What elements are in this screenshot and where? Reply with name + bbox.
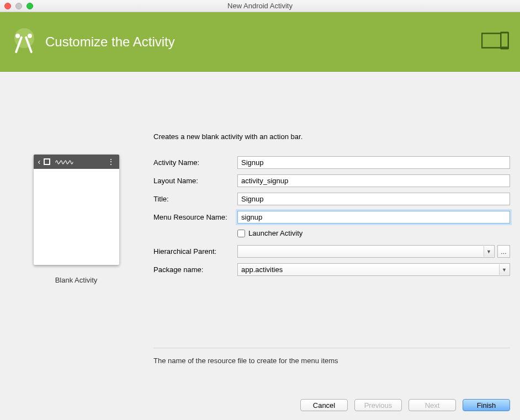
ellipsis-icon: … bbox=[501, 248, 507, 255]
preview-appicon-icon bbox=[44, 158, 50, 165]
title-label: Title: bbox=[153, 195, 237, 203]
horizontal-separator bbox=[153, 348, 510, 348]
preview-back-icon: ‹ bbox=[38, 157, 41, 166]
package-name-select[interactable]: app.activities bbox=[237, 263, 510, 276]
layout-name-input[interactable] bbox=[237, 174, 510, 187]
hierarchical-parent-label: Hierarchical Parent: bbox=[153, 247, 237, 256]
menu-resource-input[interactable] bbox=[237, 211, 510, 224]
menu-resource-label: Menu Resource Name: bbox=[153, 213, 237, 221]
field-hint: The name of the resource file to create … bbox=[153, 357, 510, 365]
title-input[interactable] bbox=[237, 193, 510, 205]
activity-name-input[interactable] bbox=[237, 156, 510, 169]
mobile-device-icon bbox=[481, 31, 510, 52]
template-description: Creates a new blank activity with an act… bbox=[153, 132, 510, 141]
template-preview: ‹ ∿∿∿∿ ⋮ bbox=[34, 155, 119, 265]
cancel-button[interactable]: Cancel bbox=[300, 399, 348, 411]
package-name-label: Package name: bbox=[153, 265, 237, 274]
preview-title-squiggle-icon: ∿∿∿∿ bbox=[55, 158, 72, 166]
launcher-activity-checkbox[interactable] bbox=[237, 230, 245, 237]
previous-button[interactable]: Previous bbox=[354, 399, 402, 411]
banner-title: Customize the Activity bbox=[45, 34, 175, 50]
android-studio-logo-icon bbox=[11, 28, 39, 56]
layout-name-label: Layout Name: bbox=[153, 177, 237, 185]
template-name-label: Blank Activity bbox=[10, 276, 142, 284]
activity-name-label: Activity Name: bbox=[153, 158, 237, 167]
launcher-activity-label: Launcher Activity bbox=[248, 229, 303, 237]
window-titlebar: New Android Activity bbox=[0, 0, 520, 12]
hierarchical-parent-select[interactable] bbox=[237, 245, 495, 258]
wizard-banner: Customize the Activity bbox=[0, 12, 520, 72]
hierarchical-parent-browse-button[interactable]: … bbox=[497, 245, 510, 258]
chevron-down-icon: ▼ bbox=[499, 264, 509, 275]
preview-overflow-icon: ⋮ bbox=[107, 157, 115, 166]
package-name-value: app.activities bbox=[241, 265, 283, 274]
next-button[interactable]: Next bbox=[408, 399, 456, 411]
finish-button[interactable]: Finish bbox=[463, 399, 510, 411]
svg-rect-2 bbox=[502, 33, 508, 46]
chevron-down-icon: ▼ bbox=[484, 246, 494, 257]
window-title: New Android Activity bbox=[0, 2, 520, 10]
